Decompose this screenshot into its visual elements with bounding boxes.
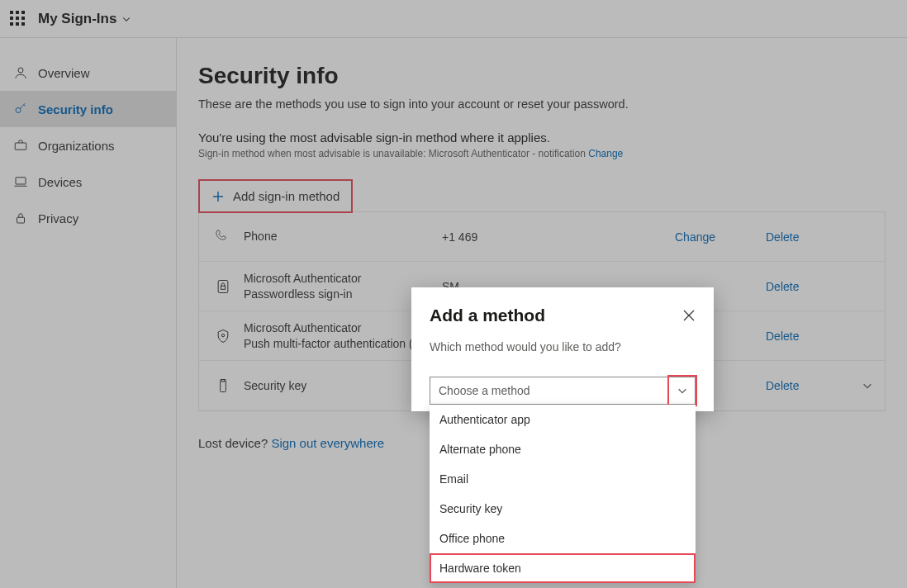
brand-label: My Sign-Ins [38, 11, 116, 27]
brand-dropdown[interactable]: My Sign-Ins [38, 11, 131, 27]
delete-link[interactable]: Delete [766, 379, 857, 392]
method-select[interactable]: Choose a method [430, 377, 696, 405]
method-value: +1 469 [442, 230, 675, 244]
page-subtitle: These are the methods you use to sign in… [198, 97, 886, 111]
expand-chevron[interactable] [857, 380, 878, 391]
add-sign-in-method-button[interactable]: Add sign-in method [198, 179, 353, 213]
plus-icon [211, 190, 225, 203]
advisable-subtext: Sign-in method when most advisable is un… [198, 148, 886, 159]
delete-link[interactable]: Delete [766, 280, 857, 293]
briefcase-icon [13, 138, 28, 153]
sidebar-item-overview[interactable]: Overview [0, 55, 176, 91]
method-options-list: Authenticator appAlternate phoneEmailSec… [430, 405, 696, 583]
modal-question: Which method would you like to add? [430, 340, 696, 353]
delete-link[interactable]: Delete [766, 330, 857, 343]
person-icon [13, 65, 28, 80]
method-option[interactable]: Email [430, 464, 696, 494]
svg-point-0 [18, 68, 23, 73]
method-option[interactable]: Alternate phone [430, 434, 696, 464]
auth-shield-icon [215, 328, 231, 344]
delete-link[interactable]: Delete [766, 230, 857, 244]
sidebar-item-label: Privacy [38, 211, 78, 225]
sidebar-item-privacy[interactable]: Privacy [0, 200, 176, 236]
chevron-down-icon [862, 380, 873, 391]
sidebar-item-devices[interactable]: Devices [0, 164, 176, 200]
sidebar: Overview Security info Organizations Dev… [0, 38, 177, 588]
method-name: Phone [244, 229, 442, 244]
sidebar-item-organizations[interactable]: Organizations [0, 127, 176, 164]
svg-rect-5 [218, 280, 228, 292]
svg-point-7 [221, 334, 224, 336]
add-method-modal: Add a method Which method would you like… [411, 287, 714, 411]
close-icon[interactable] [682, 309, 696, 322]
sidebar-item-label: Organizations [38, 139, 115, 153]
method-option[interactable]: Office phone [430, 524, 696, 553]
method-option[interactable]: Authenticator app [430, 405, 696, 434]
method-select-placeholder: Choose a method [439, 384, 530, 397]
key-icon [13, 102, 28, 116]
app-launcher-icon[interactable] [10, 11, 26, 27]
advisable-text: You're using the most advisable sign-in … [198, 130, 886, 145]
sign-out-everywhere-link[interactable]: Sign out everywhere [271, 436, 384, 450]
chevron-down-icon [121, 14, 131, 24]
advisable-change-link[interactable]: Change [588, 148, 623, 159]
phone-icon [215, 229, 231, 245]
sidebar-item-label: Devices [38, 175, 82, 189]
auth-lock-icon [215, 278, 231, 295]
svg-rect-3 [16, 178, 26, 184]
add-method-label: Add sign-in method [233, 189, 340, 203]
svg-rect-9 [221, 380, 224, 382]
sidebar-item-label: Security info [38, 102, 113, 116]
laptop-icon [13, 174, 28, 189]
change-link[interactable]: Change [675, 230, 766, 244]
sidebar-item-security-info[interactable]: Security info [0, 91, 176, 127]
modal-title: Add a method [430, 306, 545, 325]
app-header: My Sign-Ins [0, 0, 907, 38]
svg-rect-6 [221, 286, 226, 289]
page-title: Security info [198, 63, 886, 89]
svg-rect-2 [15, 143, 26, 149]
method-option[interactable]: Hardware token [430, 553, 696, 583]
key-usb-icon [215, 377, 231, 394]
method-row: Phone+1 469ChangeDelete [199, 212, 885, 262]
method-option[interactable]: Security key [430, 494, 696, 524]
svg-rect-4 [17, 217, 25, 223]
svg-point-1 [16, 108, 21, 113]
sidebar-item-label: Overview [38, 66, 90, 80]
lock-icon [13, 211, 28, 225]
